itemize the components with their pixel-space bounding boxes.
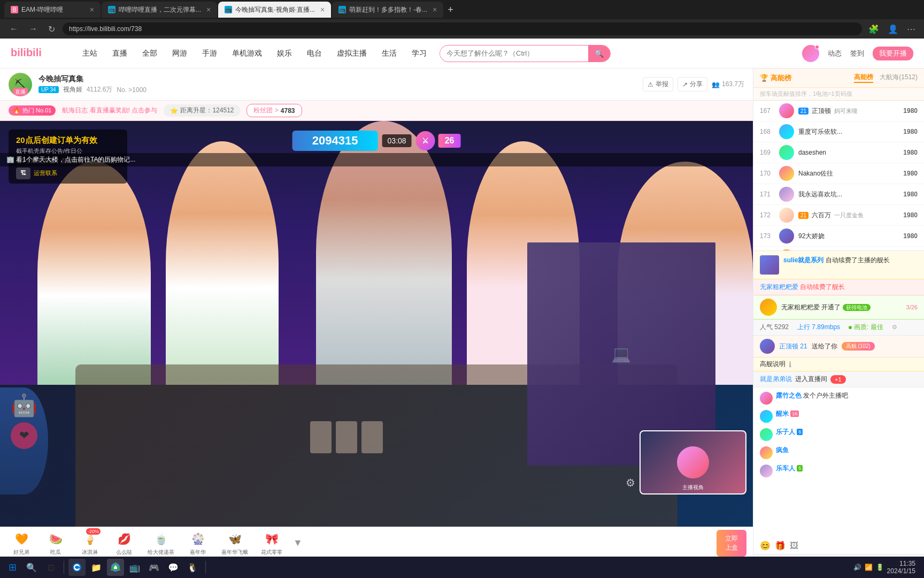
share-button[interactable]: ↗ 分享	[677, 77, 707, 92]
checkin-link[interactable]: 签到	[850, 49, 864, 58]
nav-online-game[interactable]: 网游	[170, 49, 189, 58]
gift-name-1: 吃瓜	[50, 549, 61, 556]
windows-start-button[interactable]: ⊞	[4, 559, 21, 575]
emoji-palette-icon[interactable]: 😊	[760, 541, 771, 551]
search-input[interactable]	[440, 49, 588, 57]
forward-button[interactable]: →	[26, 22, 41, 36]
gift-icon-7: 🎀	[263, 530, 280, 547]
new-tab-button[interactable]: +	[444, 4, 457, 16]
table-row: 174 21 巴喰爱 暗黑闲疯 1980	[753, 247, 924, 250]
tab-close-4[interactable]: ×	[433, 5, 437, 14]
settings-icon[interactable]: ⋯	[905, 23, 918, 35]
join-notification: sulie就是系列 自动续费了主播的舰长	[753, 251, 924, 279]
taskbar-task-view[interactable]: ⊡	[42, 559, 59, 576]
online-stats-row: 人气 5292 上行 7.89mbps 画质: 最佳 ⚙	[753, 320, 924, 336]
video-player[interactable]: 💻 🤖 ❤ 20点后创建订单为有效 截手机壳库存公告/作日公 看1个摩天大楼，点…	[0, 121, 753, 527]
profile-icon[interactable]: 👤	[886, 23, 900, 35]
taskbar-file-explorer[interactable]: 📁	[88, 559, 105, 576]
extensions-icon[interactable]: 🧩	[866, 23, 881, 35]
gift-item-6[interactable]: 🦋 嘉年华飞蛾	[217, 528, 252, 558]
lb-tab-fleet[interactable]: 大航海(1512)	[880, 73, 918, 83]
gift-count: 3/26	[906, 304, 918, 310]
system-clock[interactable]: 11:35 2024/1/15	[887, 560, 915, 575]
anchor-day-text[interactable]: 航海日志 看直播赢奖励! 点击参与	[62, 106, 157, 115]
info-circle-icon[interactable]: ℹ	[789, 360, 791, 369]
tab-1[interactable]: B EAM-哔哩哔哩 ×	[4, 2, 101, 18]
back-button[interactable]: ←	[6, 22, 21, 36]
tab-close-3[interactable]: ×	[320, 5, 325, 14]
gift-item-0[interactable]: 🧡 好兄弟	[6, 528, 36, 558]
search-button[interactable]: 🔍	[588, 45, 610, 62]
taskbar-wechat[interactable]: 💬	[165, 559, 182, 576]
dynamics-link[interactable]: 动态	[828, 49, 842, 58]
chrome-icon	[111, 562, 120, 572]
streamer-name[interactable]: 视角姬	[63, 85, 82, 94]
nav-home[interactable]: 主站	[80, 49, 99, 58]
volume-icon[interactable]: 🔊	[853, 564, 861, 571]
taskbar-chrome[interactable]	[107, 559, 124, 576]
nav-live[interactable]: 直播	[110, 49, 129, 58]
nav-all[interactable]: 全部	[140, 49, 159, 58]
leaderboard-list: 167 21 正顶顿 妈可来嗖 1980 168 重度可乐依软... 198	[753, 101, 924, 250]
taskbar-bilibili[interactable]: 📺	[126, 559, 143, 576]
hot-bar: 🔥 热门 No.01 航海日志 看直播赢奖励! 点击参与 ⭐ 距离升星：1245…	[0, 101, 753, 121]
clock-time: 11:35	[887, 560, 915, 567]
gear-settings-icon[interactable]: ⚙	[626, 476, 635, 489]
nav-study[interactable]: 学习	[410, 49, 429, 58]
tab-favicon-1: B	[11, 6, 18, 13]
user-avatar[interactable]	[802, 45, 819, 62]
address-bar[interactable]	[63, 22, 862, 35]
taskbar-steam[interactable]: 🎮	[145, 559, 163, 576]
report-button[interactable]: ⚠ 举报	[643, 77, 673, 92]
search-bar[interactable]: 🔍	[440, 45, 611, 62]
tab-close-2[interactable]: ×	[206, 5, 211, 14]
fans-count: 4783	[281, 107, 295, 115]
nav-entertainment[interactable]: 娱乐	[275, 49, 294, 58]
battery-icon[interactable]: 🔋	[876, 564, 884, 571]
gift-item-5[interactable]: 🎡 嘉年华	[183, 528, 213, 558]
mini-video-preview[interactable]: 主播视角	[640, 430, 746, 495]
tab-3-active[interactable]: 📺 今晚抽写真集·视角姬·直播... ×	[218, 2, 331, 18]
lb-avatar	[779, 145, 794, 160]
lb-user-info: 92大娇娆	[798, 232, 899, 241]
taskbar-qq[interactable]: 🐧	[184, 559, 201, 576]
send-gift-button[interactable]: 立即上盒	[717, 530, 746, 557]
nav-mobile-game[interactable]: 手游	[200, 49, 219, 58]
gift-item-1[interactable]: 🍉 吃瓜	[41, 528, 71, 558]
gift-icon-3: 💋	[116, 530, 133, 547]
settings-gear-icon[interactable]: ⚙	[892, 324, 897, 331]
image-icon[interactable]: 🖼	[790, 541, 798, 551]
fans-button[interactable]: 粉丝团 > 4783	[247, 104, 302, 117]
network-icon[interactable]: 📶	[865, 564, 873, 571]
gift-item-3[interactable]: 💋 么么哒	[109, 528, 139, 558]
gift-item-4[interactable]: 🍵 给大佬递茶	[143, 528, 179, 558]
tab-2[interactable]: 📺 哔哩哔哩直播，二次元弹幕... ×	[102, 2, 217, 18]
start-live-button[interactable]: 我要开播	[873, 47, 913, 60]
bilibili-logo[interactable]: bilibili	[11, 44, 64, 63]
gift-item-7[interactable]: 🎀 花式零零	[257, 528, 287, 558]
notice-text: 自动续费了舰长	[800, 283, 845, 291]
refresh-button[interactable]: ↻	[45, 22, 58, 36]
nav-vtuber[interactable]: 虚拟主播	[335, 49, 369, 58]
gift-icon-small[interactable]: 🎁	[775, 541, 786, 551]
streamer-avatar[interactable]: ⛏ 直播	[9, 73, 32, 96]
nav-life[interactable]: 生活	[380, 49, 399, 58]
gift-item-2[interactable]: 🍦 -20% 冰淇淋	[75, 528, 105, 558]
lb-username: 六百万	[812, 211, 831, 220]
tab-close-1[interactable]: ×	[90, 5, 94, 14]
bilibili-logo-svg: bilibili	[11, 44, 64, 59]
chat-content-1: 醒米 16	[776, 409, 918, 419]
taskbar-edge[interactable]	[68, 559, 86, 576]
gift-more-button[interactable]: ▼	[291, 537, 305, 549]
contact-text[interactable]: 运营联系	[34, 169, 57, 178]
main-content: ⛏ 直播 今晚抽写真集 UP 34 视角姬 4112.6万 No. >1000 …	[0, 69, 924, 578]
nav-radio[interactable]: 电台	[305, 49, 324, 58]
battle-bar: 2094315 03:08 ⚔ 26	[292, 131, 461, 151]
lb-tab-high[interactable]: 高能榜	[854, 73, 873, 83]
taskbar-search[interactable]: 🔍	[23, 559, 40, 576]
tab-4[interactable]: 📺 萌新赶到！多多指教！-春... ×	[332, 2, 443, 18]
chat-avatar-2	[760, 428, 773, 441]
nav-single-game[interactable]: 单机游戏	[230, 49, 264, 58]
join-room-badge[interactable]: +1	[830, 375, 846, 384]
chat-text-0: 发个户外主播吧	[803, 392, 848, 399]
